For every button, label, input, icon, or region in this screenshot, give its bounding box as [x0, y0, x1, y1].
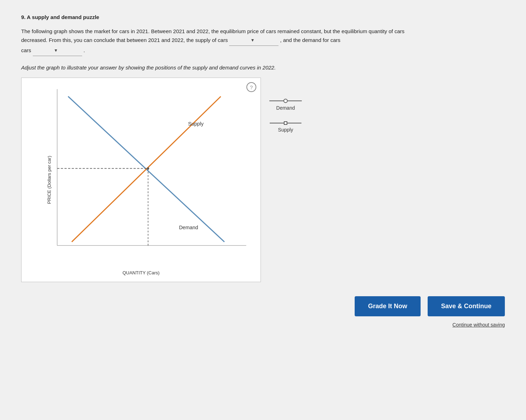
supply-dropdown[interactable]: ▼	[229, 36, 279, 46]
supply-demand-chart[interactable]: Supply Demand	[43, 85, 253, 261]
legend-supply-right-line	[287, 123, 301, 123]
legend-area: Demand Supply	[269, 78, 302, 133]
demand-dropdown-arrow: ▼	[54, 47, 58, 54]
legend-demand-left-line	[269, 101, 283, 101]
supply-dropdown-value	[231, 36, 249, 45]
question-help-icon[interactable]: ?	[246, 82, 256, 92]
question-text-part1: The following graph shows the market for…	[21, 28, 404, 43]
supply-curve-label: Supply	[188, 121, 204, 127]
graph-box[interactable]: ? PRICE (Dollars per car) QUANTITY (Cars…	[21, 78, 261, 282]
demand-dropdown-value	[35, 47, 53, 55]
question-text: The following graph shows the market for…	[21, 27, 409, 56]
buttons-inner-row: Grade It Now Save & Continue	[355, 296, 505, 316]
legend-demand-item[interactable]: Demand	[269, 99, 302, 111]
buttons-area: Grade It Now Save & Continue Continue wi…	[21, 296, 505, 328]
supply-dropdown-arrow: ▼	[250, 37, 255, 44]
question-text-part2: , and the demand for cars	[280, 37, 341, 43]
y-axis-label: PRICE (Dollars per car)	[47, 156, 52, 204]
grade-it-now-button[interactable]: Grade It Now	[355, 296, 421, 316]
question-number: 9. A supply and demand puzzle	[21, 14, 505, 20]
graph-section: ? PRICE (Dollars per car) QUANTITY (Cars…	[21, 78, 505, 282]
x-axis-label: QUANTITY (Cars)	[122, 270, 159, 275]
legend-demand-circle	[283, 99, 288, 103]
demand-dropdown[interactable]: ▼	[33, 46, 82, 56]
save-continue-button[interactable]: Save & Continue	[428, 296, 505, 316]
legend-demand-label: Demand	[276, 105, 295, 111]
cars-label: cars	[21, 47, 33, 53]
legend-supply-label: Supply	[278, 127, 293, 133]
legend-supply-line	[270, 121, 301, 125]
period-label: .	[84, 47, 85, 53]
demand-curve-label: Demand	[179, 225, 198, 230]
legend-supply-item[interactable]: Supply	[269, 121, 302, 133]
continue-without-saving-link[interactable]: Continue without saving	[452, 322, 505, 328]
equilibrium-point	[147, 168, 149, 170]
legend-supply-left-line	[270, 123, 284, 123]
instruction-text: Adjust the graph to illustrate your answ…	[21, 65, 338, 71]
legend-demand-line	[269, 99, 302, 103]
legend-supply-square	[284, 121, 287, 125]
legend-demand-right-line	[288, 101, 302, 101]
supply-curve[interactable]	[72, 96, 221, 242]
